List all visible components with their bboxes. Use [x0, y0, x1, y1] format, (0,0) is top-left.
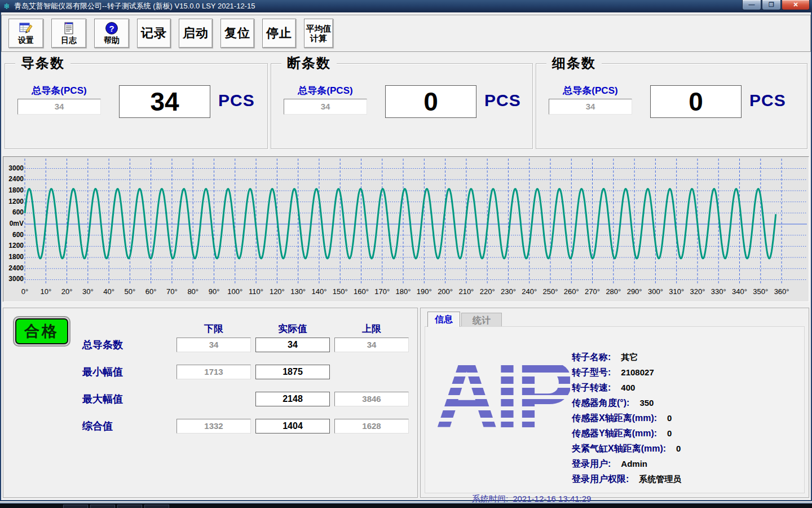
help-icon: ?: [105, 21, 118, 35]
stop-button[interactable]: 停止: [262, 19, 296, 48]
log-button-label: 日志: [61, 36, 77, 46]
aip-logo: AIP: [435, 343, 570, 456]
info-sensor-angle: 传感器角度(°):350: [572, 395, 803, 410]
window-title: 青岛艾普智能仪器有限公司--转子测试系统 (新板) V15.0.0 LSY 20…: [14, 1, 255, 11]
broken-total-bars-input: 34: [284, 99, 367, 115]
groupbox-bar-count: 导条数 总导条(PCS) 34 34 PCS: [5, 63, 268, 149]
toolbar: 设置 日志 ? 帮助 记录 启动 复位 停止 平均值 计算: [1, 15, 811, 52]
pass-status-badge: 合格: [13, 316, 70, 347]
svg-text:?: ?: [109, 23, 114, 33]
y-tick-label: 0mV: [5, 220, 24, 227]
taskbar-window-button[interactable]: [117, 505, 142, 508]
tab-info[interactable]: 信息: [427, 312, 460, 327]
groupbox-bar-count-title: 导条数: [15, 54, 70, 72]
total-bars-actual: 34: [255, 338, 330, 352]
broken-bars-unit: PCS: [484, 91, 521, 110]
results-panel: 合格 下限 实际值 上限 总导条数 34 34 34 最小幅值 1713 187…: [3, 308, 418, 498]
average-calc-button[interactable]: 平均值 计算: [304, 19, 333, 48]
composite-lower: 1332: [176, 419, 251, 433]
column-header-actual: 实际值: [255, 322, 330, 335]
pass-status-text: 合格: [15, 318, 68, 344]
broken-total-bars-label: 总导条(PCS): [284, 84, 367, 97]
waveform-chart-panel: 30002400180012006000mV600120018002400300…: [3, 156, 809, 302]
column-header-lower: 下限: [176, 322, 251, 335]
help-button-label: 帮助: [104, 36, 120, 46]
tab-statistics[interactable]: 统计: [461, 313, 502, 327]
taskbar-window-button[interactable]: [90, 505, 115, 508]
thin-bars-unit: PCS: [749, 91, 786, 110]
total-bars-label: 总导条(PCS): [17, 84, 101, 97]
total-bars-lower: 34: [176, 338, 251, 352]
groupbox-broken-bars-title: 断条数: [281, 54, 337, 72]
info-login-user: 登录用户:Admin: [572, 456, 803, 471]
y-tick-label: 1800: [5, 253, 24, 261]
log-button[interactable]: 日志: [51, 19, 86, 48]
info-rotor-model: 转子型号:2108027: [572, 365, 803, 380]
rotor-info-list: 转子名称:其它 转子型号:2108027 转子转速:400 传感器角度(°):3…: [572, 349, 803, 487]
row-label-total-bars: 总导条数: [82, 338, 173, 352]
titlebar: ❄ 青岛艾普智能仪器有限公司--转子测试系统 (新板) V15.0.0 LSY …: [0, 0, 812, 12]
taskbar[interactable]: [0, 502, 812, 508]
thin-total-bars-input: 34: [549, 99, 632, 115]
waveform-line: [25, 189, 776, 259]
min-amplitude-lower: 1713: [176, 365, 251, 379]
y-tick-label: 3000: [5, 164, 24, 172]
bar-count-unit: PCS: [218, 91, 255, 110]
maximize-button[interactable]: ❐: [762, 0, 781, 10]
broken-bars-display: 0: [385, 85, 476, 118]
row-label-max-amplitude: 最大幅值: [82, 392, 173, 406]
y-tick-label: 600: [5, 231, 24, 239]
column-header-upper: 上限: [334, 322, 409, 335]
y-tick-label: 1200: [5, 242, 24, 249]
x-tick-label: 360°: [769, 287, 794, 296]
groupbox-thin-bars: 细条数 总导条(PCS) 34 0 PCS: [536, 63, 807, 149]
log-icon: [62, 21, 76, 35]
minimize-button[interactable]: —: [742, 0, 761, 10]
start-button[interactable]: 启动: [179, 19, 213, 48]
groupbox-broken-bars: 断条数 总导条(PCS) 34 0 PCS: [271, 63, 533, 149]
groupbox-thin-bars-title: 细条数: [546, 54, 602, 72]
info-rotor-speed: 转子转速:400: [572, 380, 803, 395]
max-amplitude-upper: 3846: [334, 392, 409, 406]
y-tick-label: 1800: [5, 186, 24, 194]
settings-icon: [19, 21, 33, 35]
y-tick-label: 2400: [5, 175, 24, 183]
waveform-svg: [4, 157, 809, 289]
bar-count-display: 34: [119, 85, 210, 118]
thin-total-bars-label: 总导条(PCS): [549, 84, 632, 97]
y-tick-label: 3000: [5, 275, 24, 283]
reset-button[interactable]: 复位: [220, 19, 254, 48]
settings-button-label: 设置: [18, 36, 34, 46]
info-tab-content: AIP 转子名称:其它 转子型号:2108027 转子转速:400 传感器角度(…: [425, 326, 805, 493]
total-bars-upper: 34: [334, 338, 409, 352]
row-label-composite-value: 综合值: [82, 419, 173, 433]
window-controls: — ❐ ✕: [742, 0, 810, 10]
info-sensor-y-distance: 传感器Y轴距离(mm):0: [572, 426, 803, 441]
info-rotor-name: 转子名称:其它: [572, 349, 803, 365]
help-button[interactable]: ? 帮助: [94, 19, 129, 48]
y-tick-label: 600: [5, 208, 24, 216]
thin-bars-display: 0: [650, 85, 742, 118]
info-clamp-cylinder-x: 夹紧气缸X轴距离(mm):0: [572, 441, 803, 456]
info-user-role: 登录用户权限:系统管理员: [572, 471, 803, 487]
settings-button[interactable]: 设置: [8, 19, 43, 48]
composite-upper: 1628: [334, 419, 409, 433]
max-amplitude-actual: 2148: [255, 392, 330, 406]
row-label-min-amplitude: 最小幅值: [82, 365, 173, 379]
y-tick-label: 1200: [5, 198, 24, 205]
taskbar-window-button[interactable]: [63, 505, 88, 508]
min-amplitude-actual: 1875: [255, 365, 330, 379]
record-button[interactable]: 记录: [137, 19, 171, 48]
y-tick-label: 2400: [5, 264, 24, 272]
taskbar-window-button[interactable]: [144, 505, 169, 508]
total-bars-input: 34: [17, 99, 101, 115]
info-panel: 信息 统计 AIP 转子名称:其它 转子型号:2108027 转子转速:400 …: [420, 308, 809, 498]
close-button[interactable]: ✕: [782, 0, 810, 10]
info-sensor-x-distance: 传感器X轴距离(mm):0: [572, 410, 803, 426]
app-snowflake-icon: ❄: [2, 2, 11, 11]
composite-actual: 1404: [255, 419, 330, 433]
